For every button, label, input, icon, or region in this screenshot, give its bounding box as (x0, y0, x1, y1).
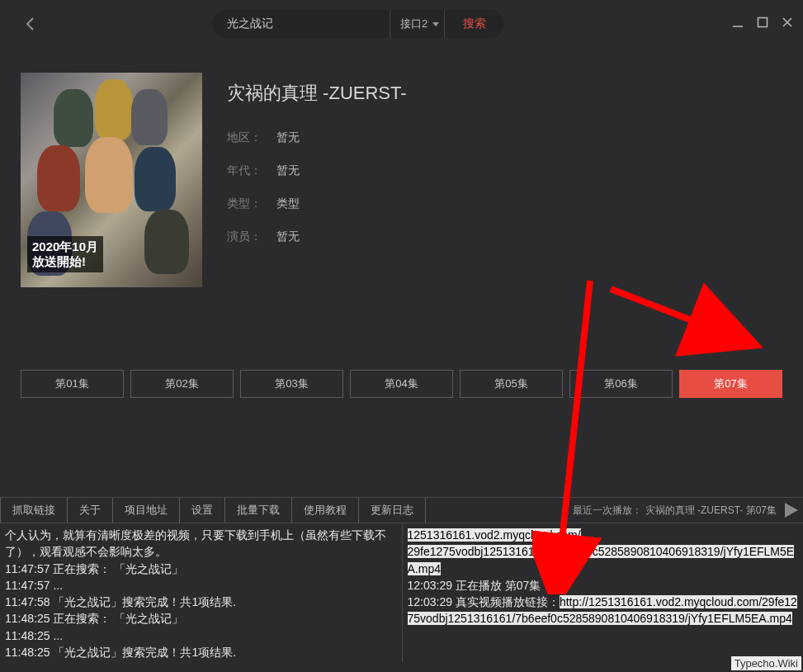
episode-button[interactable]: 第02集 (130, 370, 234, 398)
search-bar: 接口2 搜索 (212, 10, 504, 38)
toolbar-button[interactable]: 使用教程 (291, 498, 359, 523)
log-line: 12:03:29 真实视频播放链接：http://1251316161.vod2… (408, 594, 799, 627)
episode-button[interactable]: 第07集 (679, 370, 782, 398)
toolbar-button[interactable]: 抓取链接 (0, 498, 68, 523)
cast-label: 演员： (227, 230, 276, 244)
back-button[interactable] (22, 16, 39, 32)
poster-badge-line2: 放送開始! (32, 254, 98, 269)
cast-value: 暂无 (276, 230, 300, 244)
era-label: 年代： (227, 163, 276, 178)
info-panel: 灾祸的真理 -ZUERST- 地区： 暂无 年代： 暂无 类型： 类型 演员： … (227, 73, 407, 287)
type-label: 类型： (227, 196, 276, 211)
log-right: 1251316161.vod2.myqcloud.com/ 29fe1275vo… (402, 523, 804, 662)
toolbar-button[interactable]: 项目地址 (112, 498, 180, 523)
log-line: 11:48:25 ... (5, 627, 397, 644)
log-line: 个人认为，就算有清晰度极差的视频，只要下载到手机上（虽然有些下载不了），观看观感… (5, 527, 397, 561)
toolbar-button[interactable]: 设置 (179, 498, 225, 523)
log-line: 11:47:57 正在搜索： 「光之战记」 (5, 561, 397, 577)
log-line: 11:48:25 正在搜索： 「光之战记」 (5, 610, 397, 627)
chevron-down-icon (432, 22, 439, 26)
search-button[interactable]: 搜索 (444, 10, 504, 38)
content-area: 2020年10月 放送開始! 灾祸的真理 -ZUERST- 地区： 暂无 年代：… (0, 48, 803, 287)
interface-label: 接口2 (400, 17, 427, 31)
info-row-type: 类型： 类型 (227, 196, 407, 211)
info-row-cast: 演员： 暂无 (227, 230, 407, 244)
minimize-button[interactable] (732, 17, 744, 28)
maximize-button[interactable] (757, 17, 768, 28)
toolbar-buttons: 抓取链接关于项目地址设置批量下载使用教程更新日志 (0, 498, 426, 523)
toolbar-button[interactable]: 更新日志 (358, 498, 426, 523)
poster-image: 2020年10月 放送開始! (21, 73, 202, 287)
episode-button[interactable]: 第03集 (240, 370, 343, 398)
toolbar-button[interactable]: 批量下载 (224, 498, 292, 523)
log-line: 29fe1275vodbj1251316161/7b6eef0c52858908… (408, 545, 795, 575)
recent-play-label: 最近一次播放： 灾祸的真理 -ZUERST- 第07集 (573, 504, 782, 518)
interface-select[interactable]: 接口2 (390, 10, 444, 38)
type-value: 类型 (276, 196, 300, 211)
svg-rect-1 (758, 18, 768, 27)
poster-badge-line1: 2020年10月 (32, 239, 98, 254)
episode-button[interactable]: 第05集 (460, 370, 563, 398)
play-button[interactable] (782, 499, 803, 521)
log-panel: 个人认为，就算有清晰度极差的视频，只要下载到手机上（虽然有些下载不了），观看观感… (0, 523, 803, 662)
episode-button[interactable]: 第06集 (569, 370, 673, 398)
region-value: 暂无 (276, 130, 300, 145)
log-left: 个人认为，就算有清晰度极差的视频，只要下载到手机上（虽然有些下载不了），观看观感… (0, 523, 402, 662)
log-line: 11:48:25 「光之战记」搜索完成！共1项结果. (5, 644, 397, 660)
region-label: 地区： (227, 130, 276, 145)
log-line: 12:03:29 正在播放 第07集 (408, 577, 799, 594)
poster-badge: 2020年10月 放送開始! (27, 236, 103, 272)
log-line: 11:47:57 ... (5, 577, 397, 594)
window-controls (732, 17, 793, 28)
info-row-region: 地区： 暂无 (227, 130, 407, 145)
log-line: 11:47:58 「光之战记」搜索完成！共1项结果. (5, 594, 397, 610)
toolbar: 抓取链接关于项目地址设置批量下载使用教程更新日志 最近一次播放： 灾祸的真理 -… (0, 497, 803, 523)
close-button[interactable] (782, 17, 793, 28)
episode-button[interactable]: 第04集 (350, 370, 453, 398)
episode-list: 第01集第02集第03集第04集第05集第06集第07集 (0, 370, 803, 398)
info-row-era: 年代： 暂无 (227, 163, 407, 178)
log-line: 1251316161.vod2.myqcloud.com/ (408, 528, 581, 542)
media-title: 灾祸的真理 -ZUERST- (227, 81, 407, 106)
search-input[interactable] (212, 10, 390, 38)
era-value: 暂无 (276, 163, 300, 178)
titlebar: 接口2 搜索 (0, 0, 803, 48)
svg-line-4 (611, 289, 739, 338)
episode-button[interactable]: 第01集 (21, 370, 124, 398)
watermark: Typecho.Wiki (731, 656, 801, 670)
toolbar-button[interactable]: 关于 (67, 498, 113, 523)
